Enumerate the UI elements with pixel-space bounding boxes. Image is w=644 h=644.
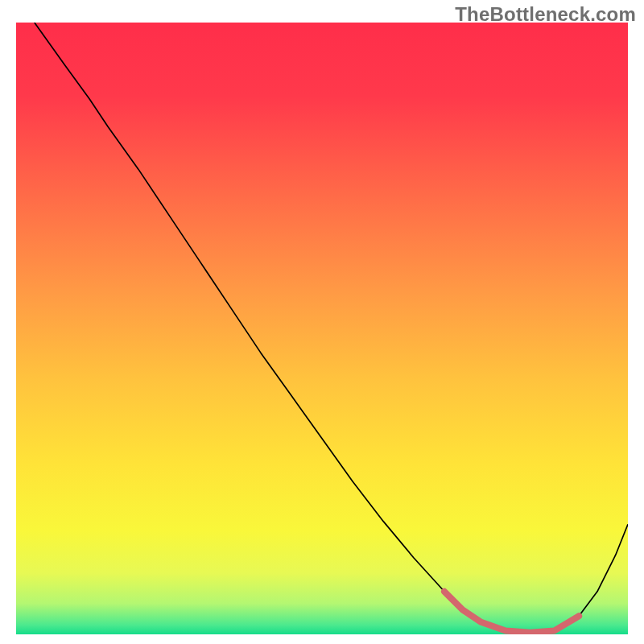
chart-background [16, 23, 628, 634]
watermark-label: TheBottleneck.com [455, 3, 636, 26]
bottleneck-chart [16, 23, 628, 634]
chart-svg [16, 23, 628, 634]
chart-container: TheBottleneck.com [0, 0, 644, 644]
